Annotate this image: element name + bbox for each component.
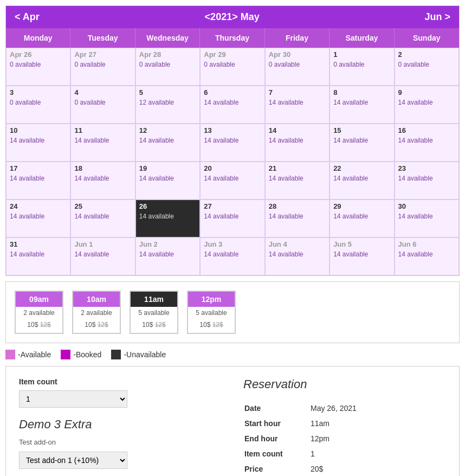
weekday-header-sunday: Sunday (395, 28, 459, 48)
day-number: 18 (74, 164, 131, 172)
time-slot[interactable]: 10am2 available10$ 12$ (72, 291, 121, 334)
availability-text: 14 available (269, 250, 326, 258)
calendar-cell[interactable]: 2314 available (395, 162, 459, 200)
reservation-row: Price20$ (244, 462, 445, 476)
calendar-cell[interactable]: 1914 available (135, 162, 200, 200)
availability-text: 14 available (10, 250, 67, 258)
availability-text: 14 available (333, 250, 390, 258)
day-number: 28 (269, 202, 326, 210)
calendar-cell[interactable]: 2914 available (330, 200, 394, 237)
calendar-cell[interactable]: 1014 available (6, 124, 70, 162)
availability-text: 14 available (398, 99, 455, 106)
calendar-cell[interactable]: 1614 available (395, 124, 459, 162)
calendar: < Apr <2021> May Jun > MondayTuesdayWedn… (5, 5, 460, 276)
availability-text: 14 available (269, 137, 326, 144)
calendar-cell[interactable]: Jun 514 available (330, 237, 394, 275)
calendar-cell[interactable]: 2014 available (200, 162, 264, 200)
calendar-cell[interactable]: 714 available (265, 86, 330, 124)
reservation-table: DateMay 26, 2021Start hour11amEnd hour12… (243, 400, 446, 476)
slot-availability: 5 available (131, 307, 177, 319)
day-number: 6 (204, 88, 261, 97)
calendar-cell[interactable]: 3114 available (6, 237, 70, 275)
calendar-cell[interactable]: 1714 available (6, 162, 70, 200)
day-number: 27 (204, 202, 261, 210)
legend-available: -Available (5, 350, 51, 359)
calendar-cell[interactable]: 1514 available (330, 124, 394, 162)
prev-month-button[interactable]: < Apr (15, 11, 40, 23)
calendar-cell[interactable]: Jun 214 available (135, 237, 200, 275)
calendar-cell[interactable]: Jun 314 available (200, 237, 264, 275)
availability-text: 14 available (269, 99, 326, 106)
calendar-cell[interactable]: 1214 available (135, 124, 200, 162)
availability-text: 14 available (139, 137, 196, 144)
calendar-cell[interactable]: 10 available (330, 48, 394, 86)
calendar-cell[interactable]: 3014 available (395, 200, 459, 237)
availability-text: 14 available (139, 213, 196, 220)
calendar-cell[interactable]: 814 available (330, 86, 394, 124)
day-number: Apr 30 (269, 50, 326, 59)
right-section: Reservation DateMay 26, 2021Start hour11… (243, 377, 446, 476)
reservation-field-value: May 26, 2021 (311, 401, 445, 415)
calendar-cell[interactable]: 1414 available (265, 124, 330, 162)
slot-time-label: 12pm (188, 292, 235, 307)
availability-text: 14 available (204, 175, 261, 182)
calendar-cell[interactable]: 2414 available (6, 200, 70, 237)
weekday-header-tuesday: Tuesday (70, 28, 135, 48)
addon-label: Test add-on (19, 438, 222, 446)
day-number: 2 (398, 50, 455, 59)
availability-text: 14 available (204, 250, 261, 258)
calendar-cell[interactable]: Jun 114 available (70, 237, 135, 275)
calendar-cell[interactable]: 1314 available (200, 124, 264, 162)
calendar-cell[interactable]: 40 available (70, 86, 135, 124)
day-number: Apr 26 (10, 50, 67, 59)
day-number: 29 (333, 202, 390, 210)
slot-time-label: 10am (73, 292, 120, 307)
calendar-cell[interactable]: 2614 available (135, 200, 200, 237)
day-number: 30 (398, 202, 455, 210)
item-count-select[interactable]: 12345 (19, 390, 127, 408)
calendar-cell[interactable]: Apr 260 available (6, 48, 70, 86)
availability-text: 14 available (204, 213, 261, 220)
weekday-header-thursday: Thursday (200, 28, 264, 48)
availability-text: 14 available (333, 213, 390, 220)
availability-text: 0 available (269, 61, 326, 68)
calendar-cell[interactable]: 914 available (395, 86, 459, 124)
calendar-cell[interactable]: Apr 300 available (265, 48, 330, 86)
calendar-cell[interactable]: Jun 414 available (265, 237, 330, 275)
reservation-field-value: 20$ (311, 462, 445, 476)
day-number: 5 (139, 88, 196, 97)
calendar-cell[interactable]: Apr 270 available (70, 48, 135, 86)
calendar-cell[interactable]: 20 available (395, 48, 459, 86)
calendar-cell[interactable]: 30 available (6, 86, 70, 124)
calendar-cell[interactable]: 2714 available (200, 200, 264, 237)
calendar-cell[interactable]: 1114 available (70, 124, 135, 162)
reservation-field-label: Date (244, 401, 309, 415)
time-slot[interactable]: 09am2 available10$ 12$ (15, 291, 63, 334)
calendar-cell[interactable]: Apr 290 available (200, 48, 264, 86)
day-number: 20 (204, 164, 261, 172)
calendar-cell[interactable]: 2514 available (70, 200, 135, 237)
calendar-cell[interactable]: 614 available (200, 86, 264, 124)
calendar-cell[interactable]: 512 available (135, 86, 200, 124)
calendar-cell[interactable]: Apr 280 available (135, 48, 200, 86)
left-section: Item count 12345 Demo 3 Extra Test add-o… (19, 377, 222, 476)
calendar-cell[interactable]: 2114 available (265, 162, 330, 200)
slot-availability: 5 available (188, 307, 235, 319)
calendar-cell[interactable]: 2214 available (330, 162, 394, 200)
time-slot[interactable]: 12pm5 available10$ 12$ (187, 291, 236, 334)
calendar-cell[interactable]: 1814 available (70, 162, 135, 200)
day-number: 22 (333, 164, 390, 172)
calendar-cell[interactable]: Jun 614 available (395, 237, 459, 275)
availability-text: 14 available (204, 137, 261, 144)
day-number: 12 (139, 126, 196, 134)
availability-text: 0 available (333, 61, 390, 68)
availability-text: 14 available (139, 250, 196, 258)
weekday-header-monday: Monday (6, 28, 70, 48)
addon-select[interactable]: Test add-on 1 (+10%)Test add-on 2 (+20%) (19, 452, 127, 469)
availability-text: 14 available (10, 137, 67, 144)
time-slot[interactable]: 11am5 available10$ 12$ (130, 291, 178, 334)
day-number: 19 (139, 164, 196, 172)
day-number: 3 (10, 88, 67, 97)
next-month-button[interactable]: Jun > (424, 11, 450, 23)
calendar-cell[interactable]: 2814 available (265, 200, 330, 237)
